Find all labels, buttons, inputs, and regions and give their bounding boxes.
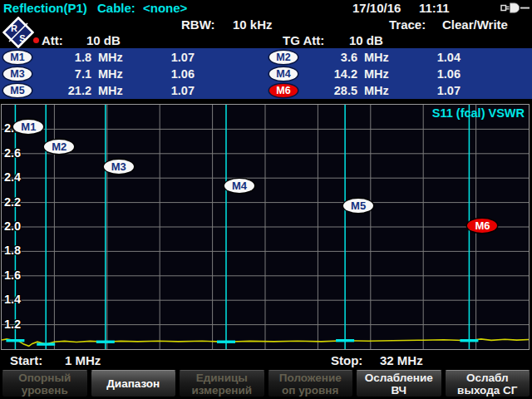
marker-unit-m4: MHz xyxy=(364,67,392,81)
softkey-ref-position[interactable]: Положение оп уровня xyxy=(268,370,354,397)
start-value: 1 MHz xyxy=(65,353,101,367)
marker-badge-m4: M4 xyxy=(269,67,298,81)
marker-freq-m2: 3.6 xyxy=(298,51,357,64)
ac-power-plug-icon xyxy=(500,2,530,14)
y-axis-label: 2.2 xyxy=(4,195,21,209)
marker-cell-m4: M4 14.2 MHz 1.06 xyxy=(266,67,532,81)
marker-value-m5: 1.07 xyxy=(126,84,195,97)
rbw-label: RBW: xyxy=(181,17,215,32)
vswr-chart: S11 (fcal) VSWR 2.82.62.42.22.01.81.61.4… xyxy=(1,104,530,350)
marker-cell-m3: M3 7.1 MHz 1.06 xyxy=(0,67,266,81)
y-axis-label: 2.4 xyxy=(4,170,21,184)
marker-table-row: M1 1.8 MHz 1.07 M2 3.6 MHz 1.04 xyxy=(0,49,532,66)
marker-freq-m4: 14.2 xyxy=(298,67,357,81)
marker-badge-m6: M6 xyxy=(269,84,298,97)
softkey-ref-level[interactable]: Опорный уровень xyxy=(2,370,88,397)
y-axis-label: 2.0 xyxy=(4,219,21,233)
y-axis-label: 1.8 xyxy=(4,244,21,257)
att-value: 10 dB xyxy=(86,33,121,47)
marker-table-row: M5 21.2 MHz 1.07 M6 28.5 MHz 1.07 xyxy=(0,82,532,99)
softkey-label: Диапазон xyxy=(106,377,160,390)
marker-badge-m1: M1 xyxy=(3,51,32,64)
vswr-plot xyxy=(2,105,529,349)
softkey-label: оп уровня xyxy=(282,384,338,397)
marker-bubble-m2: M2 xyxy=(44,140,74,154)
y-axis-label: 1.2 xyxy=(4,318,21,331)
softkey-label: Ослабл xyxy=(466,372,509,384)
marker-unit-m6: MHz xyxy=(364,84,392,97)
time-text: 11:11 xyxy=(419,1,450,15)
marker-cell-m5: M5 21.2 MHz 1.07 xyxy=(0,84,266,97)
marker-bubble-m3: M3 xyxy=(104,160,134,174)
marker-badge-m3: M3 xyxy=(3,67,32,81)
rohde-schwarz-logo: R S xyxy=(2,17,34,48)
softkey-label: Ослабление xyxy=(365,372,433,384)
marker-table: M1 1.8 MHz 1.07 M2 3.6 MHz 1.04 M3 7.1 M… xyxy=(0,48,532,99)
marker-freq-m5: 21.2 xyxy=(32,84,91,97)
tg-att-value: 10 dB xyxy=(349,33,383,47)
cable-label: Cable: xyxy=(97,1,135,15)
date-text: 17/10/16 xyxy=(352,1,401,15)
y-axis-label: 1.6 xyxy=(4,268,21,282)
marker-value-m1: 1.07 xyxy=(126,51,195,64)
softkey-label: Положение xyxy=(279,372,342,384)
marker-cell-m6: M6 28.5 MHz 1.07 xyxy=(266,84,532,97)
marker-unit-m1: MHz xyxy=(98,51,126,64)
marker-freq-m1: 1.8 xyxy=(32,51,91,64)
trace-mode-value: Clear/Write xyxy=(442,17,508,32)
softkey-label: измерений xyxy=(191,384,252,397)
softkey-range[interactable]: Диапазон xyxy=(91,370,177,397)
y-axis-label: 2.6 xyxy=(4,146,21,160)
marker-value-m4: 1.06 xyxy=(392,67,461,81)
marker-unit-m3: MHz xyxy=(98,67,126,81)
logo-letter-s: S xyxy=(19,33,25,43)
softkey-rf-attenuation[interactable]: Ослабление ВЧ xyxy=(356,370,442,397)
stop-value: 32 MHz xyxy=(380,353,423,367)
softkey-bar: Опорный уровень Диапазон Единицы измерен… xyxy=(0,369,532,399)
trace-mode-label: Trace: xyxy=(389,17,426,32)
marker-freq-m6: 28.5 xyxy=(298,84,357,97)
marker-value-m3: 1.06 xyxy=(126,67,195,81)
marker-unit-m5: MHz xyxy=(98,84,126,97)
marker-value-m2: 1.04 xyxy=(392,51,461,64)
marker-value-m6: 1.07 xyxy=(392,84,461,97)
softkey-label: ВЧ xyxy=(391,384,406,397)
softkey-units[interactable]: Единицы измерений xyxy=(179,370,265,397)
marker-cell-m1: M1 1.8 MHz 1.07 xyxy=(0,51,266,64)
stop-label: Stop: xyxy=(331,353,362,367)
softkey-label: выхода СГ xyxy=(457,384,517,397)
softkey-label: Единицы xyxy=(196,372,248,384)
marker-badge-m5: M5 xyxy=(3,84,32,97)
tg-att-label: TG Att: xyxy=(283,33,324,47)
start-label: Start: xyxy=(10,353,42,367)
softkey-label: уровень xyxy=(22,384,68,397)
rbw-value: 10 kHz xyxy=(233,17,273,32)
att-label: Att: xyxy=(42,33,63,47)
marker-badge-m2: M2 xyxy=(269,51,298,64)
marker-cell-m2: M2 3.6 MHz 1.04 xyxy=(266,51,532,64)
softkey-label: Опорный xyxy=(18,372,71,384)
y-axis-label: 1.4 xyxy=(4,293,21,306)
analyzer-screen: Reflection(P1) Cable: <none> 17/10/16 11… xyxy=(0,0,532,399)
trace-title: S11 (fcal) VSWR xyxy=(432,106,525,120)
marker-unit-m2: MHz xyxy=(364,51,392,64)
logo-letter-r: R xyxy=(11,23,17,33)
cable-value: <none> xyxy=(143,1,187,15)
mode-title: Reflection(P1) xyxy=(3,1,87,15)
marker-table-row: M3 7.1 MHz 1.06 M4 14.2 MHz 1.06 xyxy=(0,66,532,82)
marker-freq-m3: 7.1 xyxy=(32,67,91,81)
uncal-indicator-dot xyxy=(33,37,39,43)
softkey-tg-output-attenuation[interactable]: Ослабл выхода СГ xyxy=(445,370,531,397)
